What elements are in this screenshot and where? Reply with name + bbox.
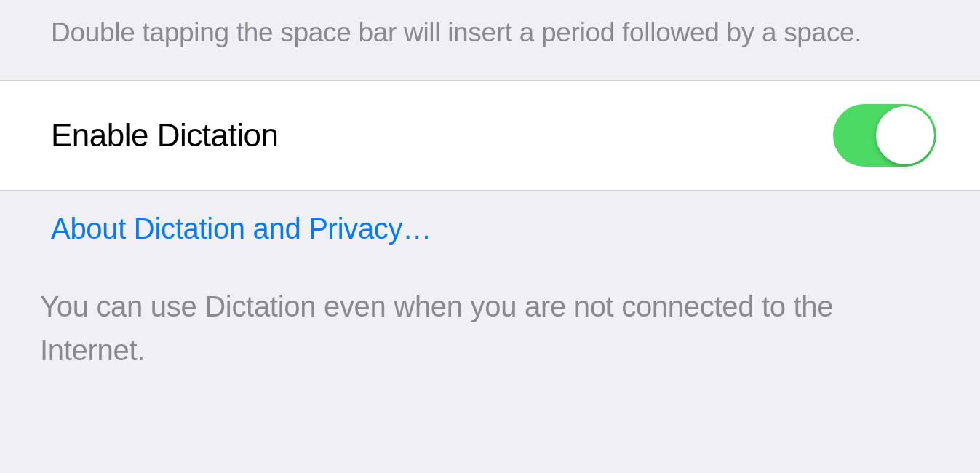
privacy-link-row[interactable]: About Dictation and Privacy… [0, 191, 980, 255]
enable-dictation-row[interactable]: Enable Dictation [0, 80, 980, 191]
enable-dictation-label: Enable Dictation [51, 117, 278, 154]
about-dictation-privacy-link[interactable]: About Dictation and Privacy… [51, 212, 431, 245]
shortcut-footer-text: Double tapping the space bar will insert… [0, 0, 980, 80]
settings-panel: Double tapping the space bar will insert… [0, 0, 980, 473]
enable-dictation-toggle[interactable] [833, 104, 936, 167]
dictation-description-text: You can use Dictation even when you are … [0, 255, 980, 386]
toggle-knob-icon [876, 106, 934, 164]
